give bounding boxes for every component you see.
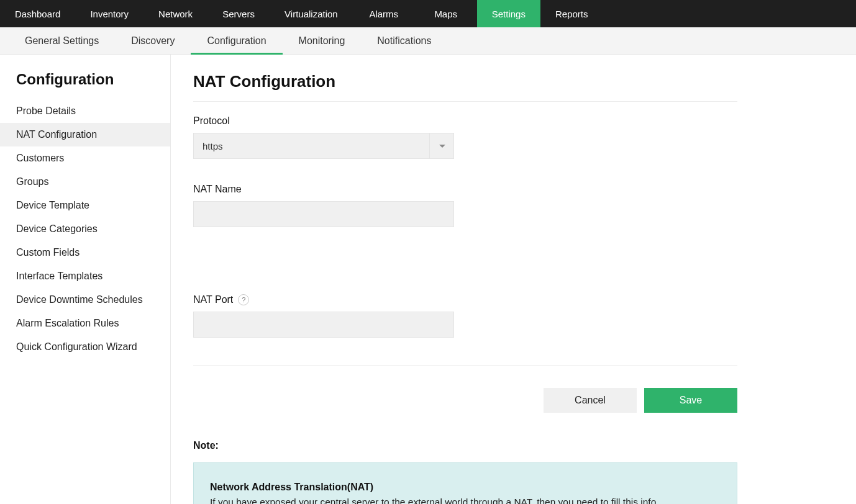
sidebar-item-device-categories[interactable]: Device Categories [0,217,170,241]
sub-nav: General Settings Discovery Configuration… [0,27,856,55]
sidebar-item-nat-configuration[interactable]: NAT Configuration [0,123,170,146]
sidebar: Configuration Probe Details NAT Configur… [0,55,171,504]
sidebar-item-customers[interactable]: Customers [0,146,170,170]
chevron-down-icon [439,145,445,148]
note-label: Note: [193,440,844,451]
nat-port-input[interactable] [193,312,454,338]
subnav-notifications[interactable]: Notifications [361,27,447,54]
nav-settings[interactable]: Settings [477,0,540,27]
nav-virtualization[interactable]: Virtualization [270,0,353,27]
sidebar-title: Configuration [0,67,170,99]
note-heading: Network Address Translation(NAT) [210,482,721,493]
sidebar-item-groups[interactable]: Groups [0,170,170,194]
nav-alarms[interactable]: Alarms [353,0,415,27]
subnav-general-settings[interactable]: General Settings [9,27,115,54]
nat-port-label: NAT Port [193,294,233,305]
protocol-select-toggle[interactable] [429,133,454,159]
subnav-configuration[interactable]: Configuration [191,27,282,54]
subnav-discovery[interactable]: Discovery [115,27,191,54]
protocol-label: Protocol [193,115,454,127]
sidebar-item-interface-templates[interactable]: Interface Templates [0,264,170,288]
nav-dashboard[interactable]: Dashboard [0,0,75,27]
nav-servers[interactable]: Servers [207,0,270,27]
note-box: Network Address Translation(NAT) If you … [193,462,737,504]
protocol-select-input[interactable] [193,133,454,159]
sidebar-item-device-downtime-schedules[interactable]: Device Downtime Schedules [0,288,170,312]
sidebar-item-quick-configuration-wizard[interactable]: Quick Configuration Wizard [0,335,170,359]
subnav-monitoring[interactable]: Monitoring [283,27,362,54]
protocol-select[interactable] [193,133,454,159]
main-nav: Dashboard Inventory Network Servers Virt… [0,0,856,27]
nat-name-label: NAT Name [193,184,454,195]
cancel-button[interactable]: Cancel [544,388,637,413]
main-content: NAT Configuration Protocol NAT Name [171,55,856,504]
nav-reports[interactable]: Reports [540,0,603,27]
nav-network[interactable]: Network [143,0,207,27]
divider [193,365,737,366]
sidebar-item-device-template[interactable]: Device Template [0,194,170,217]
nav-inventory[interactable]: Inventory [75,0,143,27]
save-button[interactable]: Save [644,388,737,413]
note-text: If you have exposed your central server … [210,497,721,504]
sidebar-item-custom-fields[interactable]: Custom Fields [0,241,170,264]
button-row: Cancel Save [193,388,737,413]
form: Protocol NAT Name NAT Port ? [193,115,737,338]
sidebar-item-alarm-escalation-rules[interactable]: Alarm Escalation Rules [0,312,170,335]
nat-name-input[interactable] [193,201,454,227]
help-icon[interactable]: ? [238,294,249,305]
sidebar-item-probe-details[interactable]: Probe Details [0,99,170,123]
nav-maps[interactable]: Maps [415,0,477,27]
page-title: NAT Configuration [193,72,737,102]
